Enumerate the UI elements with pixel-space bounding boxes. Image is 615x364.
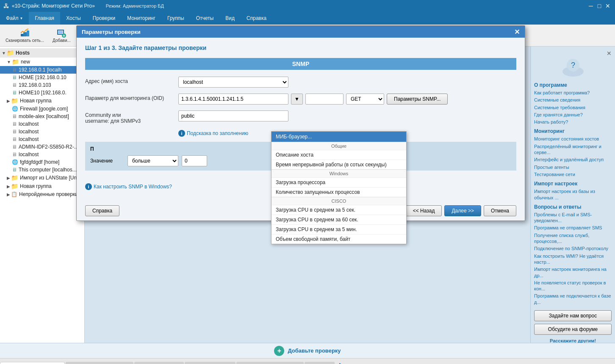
sidebar-item-host9[interactable]: 🖥 localhost xyxy=(0,135,84,143)
option-host-desc[interactable]: Описание хоста xyxy=(271,150,406,160)
menu-checks[interactable]: Проверки xyxy=(87,12,122,25)
help-link-m0[interactable]: Мониторинг состояния хостов xyxy=(534,136,612,142)
sidebar-item-import[interactable]: ▶ 📁 Импорт из LANState [Untit... xyxy=(0,174,84,182)
sidebar-tree: ▼ 📁 Hosts ▼ 📁 new 🖥 192.168.0.1 [localh … xyxy=(0,47,84,200)
value-label: Значение xyxy=(90,158,124,164)
cancel-button[interactable]: Отмена xyxy=(484,205,516,216)
help-link-q4[interactable]: Как построить WMI? Не удаётся настр... xyxy=(534,253,612,265)
menu-reports[interactable]: Отчеты xyxy=(190,12,219,25)
menu-monitoring[interactable]: Мониторинг xyxy=(121,12,161,25)
expand-arrow: ▼ xyxy=(2,51,6,55)
help-link-q0[interactable]: Проблемы с E-mail и SMS-уведомлен... xyxy=(534,212,612,224)
value-number-input[interactable] xyxy=(182,155,207,166)
menu-view[interactable]: Вид xyxy=(219,12,241,25)
scan-network-button[interactable]: Сканировать сеть... xyxy=(2,26,48,45)
menu-help[interactable]: Справка xyxy=(241,12,272,25)
option-cpu-load[interactable]: Загрузка процессора xyxy=(271,177,406,187)
add-button[interactable]: + Добави... xyxy=(49,26,75,45)
sidebar-item-new-group[interactable]: ▼ 📁 new xyxy=(0,58,84,66)
option-free-mem[interactable]: Объем свободной памяти, байт xyxy=(271,234,406,244)
help-panel-close[interactable]: ✕ xyxy=(534,50,612,57)
help-button[interactable]: Справка xyxy=(85,205,119,216)
minimize-button[interactable]: ─ xyxy=(587,2,595,10)
menu-groups[interactable]: Группы xyxy=(161,12,190,25)
help-link-m3[interactable]: Простые агенты xyxy=(534,164,612,170)
option-cpu5s[interactable]: Загрузка CPU в среднем за 5 сек. xyxy=(271,205,406,215)
hint-link[interactable]: i Подсказка по заполнению xyxy=(178,130,248,137)
close-button[interactable]: ✕ xyxy=(604,2,612,10)
forum-button[interactable]: Обсудите на форуме xyxy=(534,324,612,335)
help-link-q5[interactable]: Импорт настроек мониторинга на др... xyxy=(534,266,612,279)
sidebar-item-host6[interactable]: 🖥 mobile-alex [localhost] xyxy=(0,113,84,120)
help-link-1[interactable]: Системные сведения xyxy=(534,97,612,103)
community-input[interactable] xyxy=(178,110,288,121)
sidebar-item-newgroup3[interactable]: ▶ 📁 Новая группа xyxy=(0,182,84,190)
help-link-4[interactable]: Начать работу? xyxy=(534,119,612,125)
help-section-monitoring: Мониторинг xyxy=(534,128,612,134)
modal-close-button[interactable]: ✕ xyxy=(514,28,520,36)
sidebar-item-host8[interactable]: 🖥 localhost xyxy=(0,128,84,135)
sidebar-item-host11[interactable]: 🖥 localhost xyxy=(0,151,84,158)
option-processes[interactable]: Количество запущенных процессов xyxy=(271,187,406,197)
option-uptime[interactable]: Время непрерывной работы (в сотых секунд… xyxy=(271,160,406,169)
help-link-m2[interactable]: Интерфейс и удалённый доступ xyxy=(534,157,612,163)
oid-dropdown-button[interactable]: ▼ xyxy=(291,94,303,105)
host-icon-12: 🌐 xyxy=(12,159,18,165)
help-link-0[interactable]: Как работает программа? xyxy=(534,90,612,96)
oid-name-input[interactable] xyxy=(305,94,344,105)
tab-events[interactable]: События xyxy=(305,362,335,364)
sidebar-item-host7[interactable]: 🖥 localhost xyxy=(0,120,84,128)
help-link-q2[interactable]: Получение списка служб, процессов,... xyxy=(534,232,612,245)
scan-icon xyxy=(20,28,30,38)
sidebar-item-host2[interactable]: 🖥 HOME [192.168.0.10 xyxy=(0,74,84,81)
tab-response-time[interactable]: Время отклика, за период xyxy=(236,362,304,364)
sidebar-item-host10[interactable]: 🖥 ADMIN-IDF2-S5850-R2-... xyxy=(0,143,84,151)
sidebar-item-host3[interactable]: 🖥 192.168.0.103 xyxy=(0,81,84,89)
tab-downtime[interactable]: Время простоя, за период xyxy=(66,362,133,364)
value-condition-select[interactable]: больше xyxy=(127,155,178,166)
host-address-select[interactable]: localhost xyxy=(178,77,288,88)
sidebar-item-newgroup2[interactable]: ▶ 📁 Новая группа xyxy=(0,97,84,105)
tab-incident[interactable]: Отчёт об авариях xyxy=(134,362,184,364)
next-button[interactable]: Далее >> xyxy=(444,205,481,216)
help-link-q1[interactable]: Программа не отправляет SMS xyxy=(534,225,612,231)
sidebar-item-host1[interactable]: 🖥 192.168.0.1 [localh xyxy=(0,66,84,74)
ask-question-button[interactable]: Задайте нам вопрос xyxy=(534,310,612,321)
help-link-q7[interactable]: Программа не подключается к базе д... xyxy=(534,293,612,305)
tab-general-stats[interactable]: Общая статистика xyxy=(185,362,235,364)
help-link-m1[interactable]: Распределённый мониторинг и серве... xyxy=(534,143,612,156)
sidebar-item-host13[interactable]: 🖥 This computer [localhos... xyxy=(0,166,84,174)
help-link-3[interactable]: Где хранятся данные? xyxy=(534,112,612,118)
sidebar-item-host5[interactable]: 🌐 Firewall [google.com] xyxy=(0,105,84,113)
window-controls[interactable]: ─ □ ✕ xyxy=(587,2,612,10)
tab-monitor-param[interactable]: Параметр мониторинга xyxy=(0,362,65,364)
back-button[interactable]: << Назад xyxy=(406,205,442,216)
maximize-button[interactable]: □ xyxy=(596,2,603,10)
help-link-i0[interactable]: Импорт настроек из базы из обычных ... xyxy=(534,188,612,201)
option-cpu5m[interactable]: Загрузка CPU в среднем за 5 мин. xyxy=(271,224,406,234)
sidebar-item-host12[interactable]: 🌐 fgfdgfdgdf [home] xyxy=(0,158,84,166)
sidebar-item-failed[interactable]: ▶ 📋 Непройденные проверки xyxy=(0,190,84,198)
help-link-m4[interactable]: Тестирование сети xyxy=(534,171,612,177)
add-check-bar[interactable]: + Добавьте проверку xyxy=(0,343,615,358)
info-icon: i xyxy=(178,130,185,137)
snmp-params-button[interactable]: Параметры SNMP... xyxy=(387,94,448,105)
tab-add-button[interactable]: ▶ xyxy=(335,361,348,364)
oid-input[interactable] xyxy=(178,94,288,105)
help-link-q6[interactable]: Не появляется статус проверок в кон... xyxy=(534,280,612,292)
snmp-help-link[interactable]: i Как настроить SNMP в Windows? xyxy=(85,183,172,190)
get-method-select[interactable]: GET xyxy=(346,94,384,105)
host-icon-8: 🖥 xyxy=(12,129,17,135)
menu-file[interactable]: Файл ▼ xyxy=(0,12,29,25)
mib-browser-option[interactable]: МИБ-браузер... xyxy=(271,132,406,142)
dropdown-section-windows: Windows xyxy=(271,169,406,177)
help-link-2[interactable]: Системные требования xyxy=(534,105,612,110)
sidebar-item-hosts-root[interactable]: ▼ 📁 Hosts xyxy=(0,48,84,58)
form-row-community: Community или username: для SNMPv3 xyxy=(85,110,516,124)
add-check-icon: + xyxy=(274,346,284,356)
option-cpu1m[interactable]: Загрузка CPU в среднем за 60 сек. xyxy=(271,215,406,224)
menu-home[interactable]: Главная xyxy=(29,12,60,25)
help-link-q3[interactable]: Подключение по SNMP-протоколу xyxy=(534,245,612,251)
sidebar-item-host4[interactable]: 🖥 HOME10 [192.168.0. xyxy=(0,89,84,97)
menu-hosts[interactable]: Хосты xyxy=(60,12,87,25)
